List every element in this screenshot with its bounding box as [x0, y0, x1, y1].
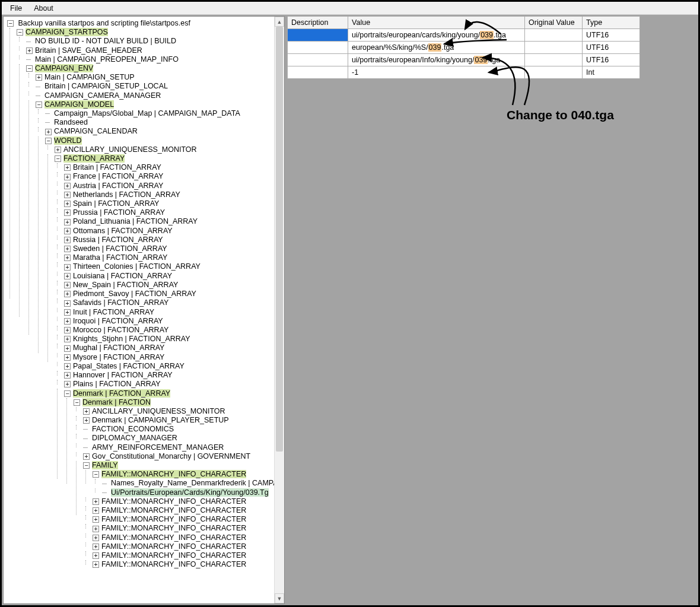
expand-icon[interactable]: + — [64, 255, 71, 261]
tree-item[interactable]: Louisiana | FACTION_ARRAY — [73, 272, 172, 280]
tree-item[interactable]: Main | CAMPAIGN_SETUP — [44, 73, 135, 81]
tree-item[interactable]: ANCILLARY_UNIQUENESS_MONITOR — [92, 407, 225, 415]
tree-item[interactable]: Mysore | FACTION_ARRAY — [73, 353, 164, 361]
expand-icon[interactable]: + — [64, 174, 71, 180]
expand-icon[interactable]: + — [64, 228, 71, 234]
expand-icon[interactable]: + — [26, 47, 33, 54]
expand-icon[interactable]: − — [17, 29, 23, 36]
vertical-scrollbar[interactable]: ▲ ▼ — [274, 17, 284, 603]
cell-type[interactable]: Int — [583, 66, 640, 79]
tree-item[interactable]: WORLD — [54, 136, 82, 145]
cell-value[interactable]: european/%S/king/%S/039.tga — [348, 42, 525, 54]
cell-original[interactable] — [525, 42, 583, 54]
tree-item[interactable]: Main | CAMPAIGN_PREOPEN_MAP_INFO — [35, 55, 179, 63]
cell-type[interactable]: UTF16 — [583, 42, 640, 54]
tree-item[interactable]: CAMPAIGN_CAMERA_MANAGER — [44, 91, 161, 100]
expand-icon[interactable]: − — [7, 20, 14, 27]
expand-icon[interactable]: − — [93, 471, 99, 478]
expand-icon[interactable]: + — [64, 300, 71, 307]
tree-item[interactable]: Maratha | FACTION_ARRAY — [73, 253, 167, 262]
expand-icon[interactable]: + — [64, 354, 71, 361]
tree-item[interactable]: Russia | FACTION_ARRAY — [73, 236, 163, 244]
expand-icon[interactable]: + — [64, 336, 71, 342]
scroll-up-icon[interactable]: ▲ — [275, 17, 284, 27]
tree-item[interactable]: Piedmont_Savoy | FACTION_ARRAY — [73, 290, 196, 298]
expand-icon[interactable]: + — [64, 291, 71, 297]
tree-item[interactable]: Safavids | FACTION_ARRAY — [73, 299, 168, 307]
tree-item[interactable]: ARMY_REINFORCEMENT_MANAGER — [92, 443, 224, 452]
tree-item-family[interactable]: FAMILY — [92, 461, 118, 469]
col-type[interactable]: Type — [583, 17, 640, 29]
expand-icon[interactable]: + — [93, 507, 99, 514]
tree-item[interactable]: Sweden | FACTION_ARRAY — [73, 244, 167, 253]
tree-item[interactable]: FAMILY::MONARCHY_INFO_CHARACTER — [101, 551, 246, 560]
tree-item-monarchy-info[interactable]: FAMILY::MONARCHY_INFO_CHARACTER — [101, 470, 246, 478]
expand-icon[interactable]: + — [83, 453, 90, 460]
tree-item[interactable]: CAMPAIGN_ENV — [35, 64, 93, 72]
expand-icon[interactable]: − — [74, 399, 80, 406]
tree-item[interactable]: FAMILY::MONARCHY_INFO_CHARACTER — [101, 525, 246, 533]
expand-icon[interactable]: + — [93, 552, 99, 559]
expand-icon[interactable]: + — [64, 219, 71, 225]
tree-item-selected[interactable]: Ui/Portraits/European/Cards/King/Young/0… — [111, 488, 269, 497]
expand-icon[interactable]: + — [64, 372, 71, 379]
tree-item[interactable]: Austria | FACTION_ARRAY — [73, 182, 163, 190]
expand-icon[interactable]: − — [83, 462, 90, 469]
tree-item[interactable]: CAMPAIGN_CALENDAR — [54, 128, 138, 136]
tree-item-denmark-faction[interactable]: Denmark | FACTION — [82, 398, 151, 406]
cell-original[interactable] — [525, 29, 583, 42]
tree-item[interactable]: FAMILY::MONARCHY_INFO_CHARACTER — [101, 515, 246, 523]
tree-item[interactable]: CAMPAIGN_MODEL — [44, 100, 114, 109]
tree-item[interactable]: New_Spain | FACTION_ARRAY — [73, 281, 178, 289]
tree-item[interactable]: DIPLOMACY_MANAGER — [92, 434, 177, 443]
expand-icon[interactable]: + — [93, 516, 99, 523]
tree-item[interactable]: Thirteen_Colonies | FACTION_ARRAY — [73, 263, 201, 271]
tree-item[interactable]: Britain | SAVE_GAME_HEADER — [35, 46, 142, 55]
tree-item[interactable]: CAMPAIGN_STARTPOS — [26, 28, 108, 36]
tree-item[interactable]: FAMILY::MONARCHY_INFO_CHARACTER — [101, 560, 246, 568]
tree-item[interactable]: FAMILY::MONARCHY_INFO_CHARACTER — [101, 506, 246, 514]
tree-item[interactable]: Iroquoi | FACTION_ARRAY — [73, 317, 163, 325]
tree-item[interactable]: Poland_Lithuania | FACTION_ARRAY — [73, 218, 198, 226]
expand-icon[interactable]: + — [93, 498, 99, 505]
col-original[interactable]: Original Value — [525, 17, 583, 29]
tree-item[interactable]: Randseed — [54, 118, 88, 126]
expand-icon[interactable]: + — [93, 561, 99, 568]
menu-file[interactable]: File — [4, 3, 28, 14]
expand-icon[interactable]: + — [83, 417, 90, 424]
tree-item[interactable]: Denmark | CAMPAIGN_PLAYER_SETUP — [92, 416, 229, 424]
expand-icon[interactable]: + — [64, 273, 71, 279]
table-row[interactable]: ui/portraits/european/Info/king/young/03… — [288, 54, 640, 66]
cell-value[interactable]: -1 — [348, 66, 525, 79]
expand-icon[interactable]: + — [64, 201, 71, 207]
expand-icon[interactable]: + — [36, 74, 42, 81]
tree-item[interactable]: Netherlands | FACTION_ARRAY — [73, 190, 180, 199]
tree-item[interactable]: Inuit | FACTION_ARRAY — [73, 308, 154, 316]
scroll-thumb[interactable] — [276, 27, 283, 452]
tree-item[interactable]: Papal_States | FACTION_ARRAY — [73, 362, 184, 370]
expand-icon[interactable]: + — [64, 209, 71, 216]
expand-icon[interactable]: + — [64, 164, 71, 171]
expand-icon[interactable]: + — [64, 345, 71, 352]
tree-item[interactable]: Campaign_Maps/Global_Map | CAMPAIGN_MAP_… — [54, 109, 240, 117]
expand-icon[interactable]: + — [64, 381, 71, 387]
expand-icon[interactable]: + — [64, 246, 71, 252]
scroll-down-icon[interactable]: ▼ — [275, 593, 284, 603]
cell-description[interactable] — [288, 54, 348, 66]
table-row[interactable]: -1Int — [288, 66, 640, 79]
tree-item-denmark-array[interactable]: Denmark | FACTION_ARRAY — [73, 389, 170, 398]
tree-item[interactable]: FAMILY::MONARCHY_INFO_CHARACTER — [101, 497, 246, 506]
expand-icon[interactable]: + — [93, 535, 99, 541]
table-row[interactable]: ui/portraits/european/cards/king/young/0… — [288, 29, 640, 42]
expand-icon[interactable]: − — [26, 65, 33, 72]
expand-icon[interactable]: + — [64, 309, 71, 316]
tree-item[interactable]: Spain | FACTION_ARRAY — [73, 199, 159, 208]
tree-item[interactable]: Britain | FACTION_ARRAY — [73, 163, 161, 171]
expand-icon[interactable]: − — [64, 390, 71, 397]
tree[interactable]: − Backup vanilla startpos and scripting … — [4, 17, 274, 603]
tree-item[interactable]: FAMILY::MONARCHY_INFO_CHARACTER — [101, 533, 246, 542]
tree-item[interactable]: France | FACTION_ARRAY — [73, 173, 163, 181]
cell-description[interactable] — [288, 29, 348, 42]
expand-icon[interactable]: + — [83, 408, 90, 415]
tree-item[interactable]: FACTION_ARRAY — [63, 154, 125, 163]
